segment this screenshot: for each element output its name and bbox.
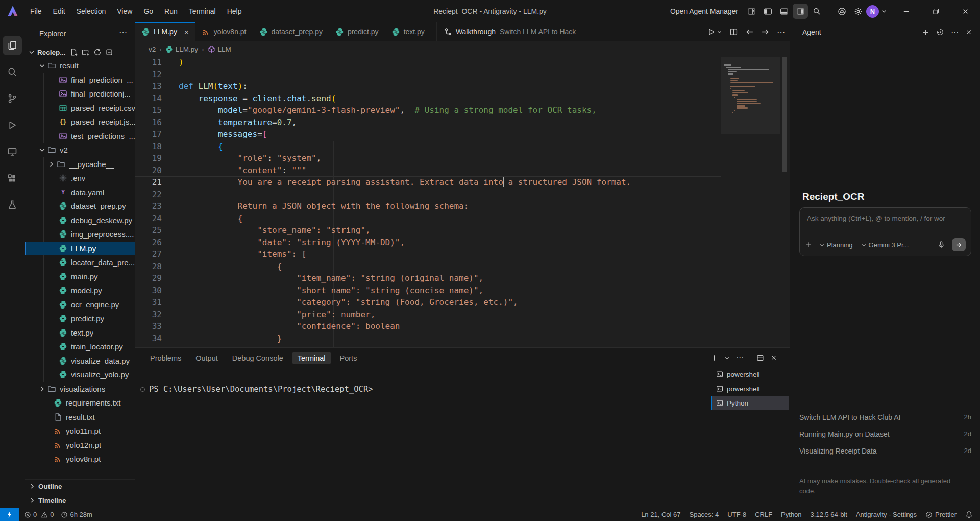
session-timer[interactable]: 6h 28m (61, 511, 92, 518)
history-item[interactable]: Switch LLM API to Hack Club AI2h (799, 409, 971, 425)
microphone-icon[interactable] (937, 241, 945, 249)
tab-text-py[interactable]: text.py (385, 22, 431, 41)
navigate-forward-icon[interactable] (761, 28, 770, 36)
menu-selection[interactable]: Selection (71, 4, 112, 18)
status-antigravity-settings[interactable]: Antigravity - Settings (856, 511, 917, 518)
tree-item-final-prediction-[interactable]: final_prediction_... (25, 73, 135, 87)
settings-gear-icon[interactable] (850, 4, 866, 19)
workspace-section-header[interactable]: Reciep... (25, 46, 135, 58)
tree-item-dataset-prep-py[interactable]: dataset_prep.py (25, 199, 135, 214)
panel-tab-problems[interactable]: Problems (144, 352, 187, 364)
mode-selector-dropdown[interactable]: Planning (816, 240, 856, 250)
tree-item-locator-data-pre-[interactable]: locator_data_pre... (25, 255, 135, 270)
tree-item-parsed-receipt-js-[interactable]: {}parsed_receipt.js... (25, 115, 135, 129)
scrollbar-thumb[interactable] (782, 57, 787, 172)
tree-item-model-py[interactable]: model.py (25, 283, 135, 298)
status-prettier[interactable]: Prettier (925, 511, 957, 518)
tree-item-img-preprocess-[interactable]: img_preprocess.... (25, 227, 135, 242)
status-ln-21-col-67[interactable]: Ln 21, Col 67 (641, 511, 680, 518)
tree-item-data-yaml[interactable]: Ydata.yaml (25, 185, 135, 200)
window-restore-button[interactable] (921, 0, 950, 22)
tree-item-result-txt[interactable]: result.txt (25, 410, 135, 424)
tab-dataset-prep-py[interactable]: dataset_prep.py (253, 22, 329, 41)
history-item[interactable]: Running Main.py on Dataset2d (799, 425, 971, 442)
menu-run[interactable]: Run (159, 4, 183, 18)
close-tab-icon[interactable]: × (184, 28, 189, 36)
account-chevron-icon[interactable] (881, 8, 887, 14)
tree-item-test-predictions-[interactable]: test_predictions_... (25, 129, 135, 144)
code-editor[interactable]: 11)1213def LLM(text):14 response = clien… (135, 57, 790, 347)
status-utf-8[interactable]: UTF-8 (727, 511, 746, 518)
browser-icon[interactable] (834, 4, 849, 19)
remote-indicator[interactable] (0, 508, 19, 521)
activity-remote-explorer[interactable] (3, 142, 22, 161)
status-spaces-4[interactable]: Spaces: 4 (689, 511, 719, 518)
breadcrumb-folder[interactable]: v2 (149, 45, 156, 53)
status-3-12-5-64-bit[interactable]: 3.12.5 64-bit (811, 511, 847, 518)
panel-tab-debug-console[interactable]: Debug Console (227, 352, 289, 364)
terminal-prompt[interactable]: PS C:\Users\User\Documents\Project\Recie… (140, 385, 373, 394)
open-agent-manager-button[interactable]: Open Agent Manager (670, 7, 738, 15)
history-icon[interactable] (936, 28, 944, 36)
run-dropdown-icon[interactable] (717, 29, 722, 35)
tree-item-v2[interactable]: v2 (25, 143, 135, 157)
new-conversation-icon[interactable] (922, 29, 929, 36)
terminal-session-powershell-0[interactable]: powershell (711, 367, 789, 382)
close-agent-panel-icon[interactable] (965, 29, 972, 36)
activity-run-debug[interactable] (3, 115, 22, 135)
tree-item-main-py[interactable]: main.py (25, 270, 135, 284)
agent-input-box[interactable]: Ask anything (Ctrl+L), @ to mention, / f… (799, 207, 971, 256)
toggle-left-panel-icon[interactable] (760, 4, 775, 19)
breadcrumb-symbol[interactable]: LLM (218, 45, 231, 53)
minimap[interactable] (721, 57, 780, 347)
refresh-explorer-icon[interactable] (93, 48, 102, 56)
tree-item-predict-py[interactable]: predict.py (25, 312, 135, 326)
menu-view[interactable]: View (111, 4, 138, 18)
send-button[interactable] (952, 238, 966, 251)
collapse-folders-icon[interactable] (105, 48, 113, 56)
menu-help[interactable]: Help (222, 4, 248, 18)
breadcrumb-file[interactable]: LLM.py (176, 45, 198, 53)
attach-plus-icon[interactable] (805, 241, 812, 248)
tab-predict-py[interactable]: predict.py (329, 22, 385, 41)
split-editor-icon[interactable] (729, 28, 738, 36)
model-selector-dropdown[interactable]: Gemini 3 Pr... (858, 240, 912, 250)
activity-search[interactable] (3, 62, 22, 82)
tab-llm-py[interactable]: LLM.py× (135, 22, 195, 41)
tab-yolov8n-pt[interactable]: yolov8n.pt (195, 22, 253, 41)
outline-section[interactable]: Outline (25, 479, 135, 493)
new-file-icon[interactable] (70, 48, 78, 56)
tree-item-yolo11n-pt[interactable]: yolo11n.pt (25, 424, 135, 438)
menu-file[interactable]: File (24, 4, 47, 18)
panel-tab-output[interactable]: Output (190, 352, 224, 364)
customize-layout-icon[interactable] (744, 4, 759, 19)
navigate-back-icon[interactable] (745, 28, 754, 36)
explorer-more-actions-icon[interactable]: ⋯ (119, 28, 128, 37)
timeline-section[interactable]: Timeline (25, 493, 135, 507)
activity-explorer[interactable] (3, 36, 22, 55)
toggle-right-panel-icon[interactable] (793, 4, 808, 19)
tree-item-yolo12n-pt[interactable]: yolo12n.pt (25, 438, 135, 453)
tree-item-parsed-receipt-csv[interactable]: parsed_receipt.csv (25, 101, 135, 115)
terminal-session-powershell-1[interactable]: powershell (711, 382, 789, 396)
tree-item-final-predictionj-[interactable]: final_predictionj... (25, 87, 135, 101)
panel-tab-terminal[interactable]: Terminal (292, 352, 331, 364)
menu-go[interactable]: Go (138, 4, 159, 18)
window-close-button[interactable] (950, 0, 980, 22)
search-icon[interactable] (809, 4, 824, 19)
new-folder-icon[interactable] (82, 48, 90, 56)
tree-item-visualize-yolo-py[interactable]: visualize_yolo.py (25, 368, 135, 382)
tree-item-ocr-engine-py[interactable]: ocr_engine.py (25, 298, 135, 312)
tree-item-visualize-data-py[interactable]: visualize_data.py (25, 354, 135, 368)
status-python[interactable]: Python (781, 511, 801, 518)
run-file-button[interactable] (707, 28, 716, 36)
tree-item--pycache-[interactable]: __pycache__ (25, 157, 135, 172)
tree-item-result[interactable]: result (25, 59, 135, 73)
tree-item-visualizations[interactable]: visualizations (25, 382, 135, 396)
new-terminal-icon[interactable] (710, 354, 718, 362)
agent-more-actions-icon[interactable]: ⋯ (951, 28, 959, 37)
menu-terminal[interactable]: Terminal (183, 4, 222, 18)
terminal-dropdown-icon[interactable] (724, 355, 730, 361)
panel-more-actions-icon[interactable]: ⋯ (736, 353, 744, 362)
toggle-bottom-panel-icon[interactable] (776, 4, 792, 19)
